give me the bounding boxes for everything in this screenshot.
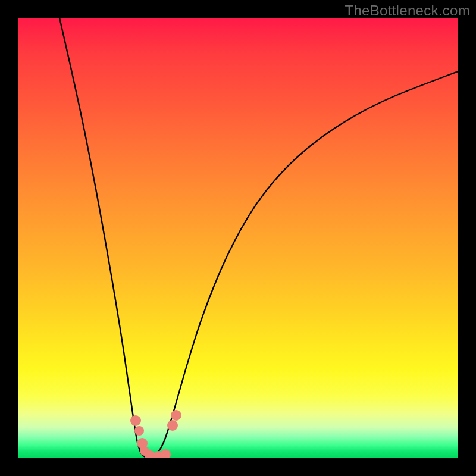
data-marker	[160, 449, 171, 458]
curve-right-branch	[152, 71, 458, 458]
data-marker	[171, 410, 181, 421]
plot-area	[18, 18, 458, 458]
data-marker	[130, 415, 141, 426]
watermark-label: TheBottleneck.com	[345, 2, 470, 19]
bottleneck-curve	[18, 18, 458, 458]
curve-left-branch	[60, 18, 152, 458]
data-marker	[134, 426, 144, 436]
chart-frame: TheBottleneck.com	[0, 0, 476, 476]
data-marker	[167, 420, 178, 431]
